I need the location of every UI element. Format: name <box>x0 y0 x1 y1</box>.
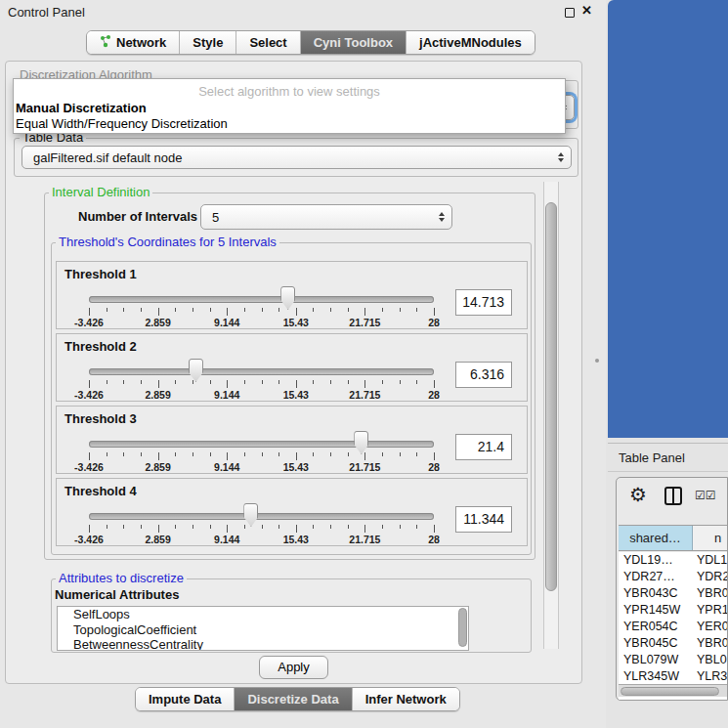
tick <box>330 452 331 456</box>
table-row[interactable]: YPR145WYPR1 <box>619 602 728 619</box>
apply-button[interactable]: Apply <box>259 656 328 679</box>
settings-scrollbar-thumb[interactable] <box>545 202 557 591</box>
table-cell[interactable]: YBL0 <box>697 652 728 668</box>
table-row[interactable]: YLR345WYLR3 <box>619 668 728 685</box>
tick-label: 15.43 <box>283 534 309 545</box>
table-cell[interactable]: YBR0 <box>697 585 728 602</box>
table-row[interactable]: YBL079WYBL0 <box>619 652 728 668</box>
table-cell[interactable]: YDL1 <box>697 552 728 569</box>
table-cell[interactable]: YBR043C <box>619 585 697 602</box>
column-header-name[interactable]: n <box>693 526 728 550</box>
tick-label: 2.859 <box>145 389 170 401</box>
table-cell[interactable]: YBR0 <box>697 635 728 652</box>
threshold-4-value-field[interactable]: 11.344 <box>455 506 512 533</box>
tick <box>330 525 331 529</box>
threshold-1-value-field[interactable]: 14.713 <box>455 289 512 316</box>
table-cell[interactable]: YLR345W <box>619 668 697 685</box>
attribute-list-item[interactable]: SelfLoops <box>58 607 468 622</box>
tab-infer-network[interactable]: Infer Network <box>353 688 459 710</box>
horizontal-scrollbar-thumb[interactable] <box>621 687 719 696</box>
table-row[interactable]: YDR27…YDR2 <box>619 569 728 585</box>
table-row[interactable]: YBR043CYBR0 <box>619 585 728 602</box>
tab-discretize-data[interactable]: Discretize Data <box>235 688 352 710</box>
tick <box>89 380 90 388</box>
table-row[interactable]: YDL19…YDL1 <box>619 552 728 569</box>
number-of-intervals-value: 5 <box>212 210 219 225</box>
close-icon[interactable]: ✕ <box>581 3 592 18</box>
table-header-row: shared… n <box>619 525 728 551</box>
table-cell[interactable]: YBL079W <box>619 652 697 668</box>
bottom-tab-bar: Impute Data Discretize Data Infer Networ… <box>135 687 460 711</box>
table-row[interactable]: YER054CYER0 <box>619 619 728 635</box>
attribute-list-item[interactable]: BetweennessCentrality <box>58 637 468 651</box>
panel-splitter-grip[interactable] <box>595 359 599 363</box>
dropdown-option-manual[interactable]: Manual Discretization <box>16 101 147 115</box>
table-row[interactable]: YBR045CYBR0 <box>619 635 728 652</box>
table-cell[interactable]: YLR3 <box>697 668 728 685</box>
tick <box>416 452 417 456</box>
slider-thumb[interactable] <box>243 503 258 527</box>
attribute-list-item[interactable]: TopologicalCoefficient <box>58 622 468 638</box>
threshold-2-slider[interactable]: -3.4262.8599.14415.4321.71528 <box>89 362 434 401</box>
tick <box>400 452 401 456</box>
threshold-4-slider[interactable]: -3.4262.8599.14415.4321.71528 <box>89 506 434 545</box>
tab-jactivemnodules[interactable]: jActiveMNodules <box>407 31 535 54</box>
slider-thumb[interactable] <box>354 431 368 454</box>
table-data-combobox[interactable]: galFiltered.sif default node <box>21 146 572 169</box>
tick-label: 9.144 <box>214 461 239 473</box>
tab-impute-data[interactable]: Impute Data <box>136 688 235 710</box>
tab-select[interactable]: Select <box>236 31 300 54</box>
tick-label: 15.43 <box>283 461 309 473</box>
numerical-attributes-list[interactable]: SelfLoopsTopologicalCoefficientBetweenne… <box>57 606 469 651</box>
tab-network[interactable]: Network <box>87 31 180 54</box>
dropdown-option-equal-width[interactable]: Equal Width/Frequency Discretization <box>16 116 228 131</box>
gear-icon[interactable]: ⚙ <box>629 483 647 506</box>
table-panel-header: Table Panel <box>608 443 728 472</box>
tick <box>400 380 401 384</box>
tick <box>364 308 365 316</box>
table-data-value: galFiltered.sif default node <box>33 150 182 165</box>
tick-label: 28 <box>428 461 440 473</box>
slider-axis-labels: -3.4262.8599.14415.4321.71528 <box>89 534 434 545</box>
tick <box>434 308 435 316</box>
columns-icon[interactable] <box>664 487 682 505</box>
select-columns-checkboxes-icon[interactable]: ☑☑ <box>695 489 716 502</box>
tick-label: 15.43 <box>283 317 309 328</box>
panel-title: Control Panel <box>8 5 85 20</box>
number-of-intervals-combobox[interactable]: 5 <box>200 204 452 230</box>
tick-label: 9.144 <box>214 317 239 328</box>
slider-ticks <box>89 308 434 317</box>
threshold-2-value-field[interactable]: 6.316 <box>455 362 512 388</box>
list-scrollbar-thumb[interactable] <box>458 608 467 647</box>
tab-style[interactable]: Style <box>180 31 236 54</box>
threshold-3-slider[interactable]: -3.4262.8599.14415.4321.71528 <box>89 434 434 473</box>
tick <box>89 452 90 460</box>
table-cell[interactable]: YDL19… <box>619 552 697 569</box>
horizontal-scrollbar-track[interactable] <box>619 684 728 697</box>
tick <box>158 452 159 460</box>
tick-label: 2.859 <box>145 534 170 545</box>
tab-cyni-toolbox[interactable]: Cyni Toolbox <box>301 31 407 54</box>
table-cell[interactable]: YBR045C <box>619 635 697 652</box>
top-tab-bar: Network Style Select Cyni Toolbox jActiv… <box>86 30 535 55</box>
float-window-icon[interactable] <box>565 8 575 18</box>
column-header-shared[interactable]: shared… <box>619 526 693 550</box>
threshold-1-slider[interactable]: -3.4262.8599.14415.4321.71528 <box>89 289 434 328</box>
table-cell[interactable]: YER0 <box>697 619 728 635</box>
tick <box>193 525 193 529</box>
threshold-row-1: Threshold 1 -3.4262.8599.14415.4321.7152… <box>56 261 528 329</box>
tick <box>296 452 297 460</box>
table-cell[interactable]: YPR145W <box>619 602 697 619</box>
table-cell[interactable]: YDR2 <box>697 569 728 585</box>
slider-thumb[interactable] <box>189 359 203 382</box>
slider-thumb[interactable] <box>280 286 295 310</box>
tick <box>210 452 211 456</box>
tick <box>278 452 279 456</box>
threshold-3-value-field[interactable]: 21.4 <box>455 434 512 460</box>
tick <box>227 525 228 533</box>
tick <box>313 380 314 384</box>
table-cell[interactable]: YER054C <box>619 619 697 635</box>
table-cell[interactable]: YDR27… <box>619 569 697 585</box>
tick <box>313 308 314 312</box>
table-cell[interactable]: YPR1 <box>697 602 728 619</box>
